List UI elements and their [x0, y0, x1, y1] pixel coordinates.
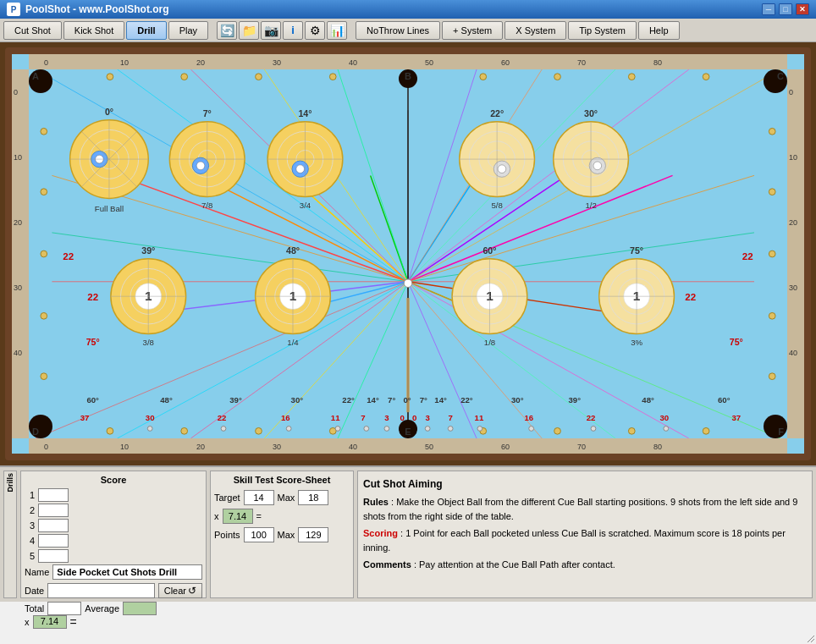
svg-point-233 [335, 427, 340, 432]
label-pocket-b: B [405, 71, 411, 81]
open-icon[interactable]: 📁 [239, 21, 259, 40]
svg-text:30°: 30° [584, 108, 598, 118]
svg-text:39°: 39° [229, 395, 242, 405]
score-input-5[interactable] [38, 549, 69, 563]
x-value-field[interactable]: 7.14 [33, 615, 67, 629]
score-input-3[interactable] [38, 519, 69, 532]
svg-text:5/8: 5/8 [491, 201, 502, 210]
date-label: Date [25, 586, 44, 596]
play-button[interactable]: Play [168, 21, 208, 40]
svg-text:40: 40 [789, 349, 797, 357]
score-row-5: 5 [25, 549, 202, 563]
svg-text:60°: 60° [718, 395, 731, 405]
score-input-4[interactable] [38, 534, 69, 548]
svg-point-236 [425, 427, 430, 432]
svg-text:22: 22 [587, 413, 596, 422]
ruler-bottom: 0 10 20 30 40 50 60 70 80 [29, 438, 787, 454]
score-row-2: 2 [25, 504, 202, 517]
score-input-2[interactable] [38, 504, 69, 517]
no-throw-lines-button[interactable]: NoThrow Lines [356, 21, 440, 40]
svg-point-234 [364, 427, 369, 432]
svg-point-77 [554, 74, 561, 80]
scoring-label: Scoring [363, 528, 398, 538]
svg-point-79 [703, 74, 709, 80]
svg-line-64 [338, 282, 408, 438]
minimize-button[interactable]: ─ [762, 3, 775, 15]
svg-rect-0 [29, 54, 787, 69]
date-field[interactable] [47, 583, 154, 598]
svg-text:1/8: 1/8 [484, 338, 495, 347]
average-field[interactable] [123, 602, 157, 615]
svg-rect-26 [787, 69, 804, 438]
points-max-input[interactable] [298, 527, 328, 542]
svg-text:11: 11 [331, 413, 340, 422]
max-label: Max [278, 493, 295, 503]
svg-point-94 [769, 189, 775, 195]
svg-text:39°: 39° [141, 245, 155, 256]
camera-icon[interactable]: 📷 [261, 21, 281, 40]
label-pocket-f: F [778, 427, 784, 437]
info-panel: Drills Score 1 2 3 4 5 Name Side Pocket … [0, 465, 816, 602]
maximize-button[interactable]: □ [779, 3, 792, 15]
cut-shot-button[interactable]: Cut Shot [3, 21, 62, 40]
score-panel: Score 1 2 3 4 5 Name Side Pocket Cut Sho… [20, 471, 207, 598]
felt-area[interactable]: A C D F B E [29, 69, 787, 438]
tip-system-button[interactable]: Tip System [568, 21, 637, 40]
x-row: x 7.14 = [25, 615, 202, 629]
skill-x-input[interactable] [223, 509, 253, 524]
svg-text:20: 20 [14, 218, 22, 227]
svg-text:40: 40 [349, 58, 357, 67]
svg-text:0: 0 [789, 88, 793, 96]
pool-table[interactable]: 0 10 20 30 40 50 60 70 80 0 10 20 30 40 … [5, 47, 811, 460]
x-system-button[interactable]: X System [504, 21, 566, 40]
target-input[interactable] [244, 490, 274, 505]
x-label: x [25, 617, 30, 627]
date-row: Date Clear ↺ [25, 583, 202, 598]
app-icon: P [7, 3, 20, 16]
svg-rect-20 [12, 69, 29, 438]
close-button[interactable]: ✕ [796, 3, 809, 15]
export-icon[interactable]: 📊 [327, 21, 347, 40]
toolbar: Cut Shot Kick Shot Drill Play 🔄 📁 📷 i ⚙ … [0, 19, 816, 42]
svg-text:7°: 7° [420, 395, 427, 405]
svg-text:30°: 30° [291, 395, 304, 405]
svg-text:0: 0 [44, 443, 48, 451]
svg-text:1/2: 1/2 [585, 201, 596, 210]
score-num-3: 3 [25, 520, 35, 531]
svg-point-96 [769, 312, 775, 319]
svg-text:30: 30 [273, 58, 281, 67]
score-input-1[interactable] [38, 488, 69, 502]
svg-text:37: 37 [731, 413, 741, 422]
svg-text:0°: 0° [403, 395, 411, 405]
svg-text:3: 3 [384, 413, 389, 422]
svg-text:14°: 14° [367, 395, 379, 405]
svg-text:48°: 48° [642, 395, 654, 405]
max-input[interactable] [298, 490, 328, 505]
plus-system-button[interactable]: + System [442, 21, 503, 40]
svg-text:70: 70 [577, 58, 586, 67]
info-rules: Rules : Make the Object Ball from the di… [363, 495, 807, 523]
total-row: Total Average [25, 602, 202, 615]
ruler-right: 0 10 20 30 40 [787, 69, 804, 438]
drill-button[interactable]: Drill [126, 21, 166, 40]
gear-icon[interactable]: ⚙ [305, 21, 325, 40]
help-button[interactable]: Help [638, 21, 680, 40]
svg-text:22: 22 [63, 251, 74, 261]
svg-point-232 [286, 427, 291, 432]
svg-point-80 [107, 427, 113, 434]
info-icon[interactable]: i [283, 21, 303, 40]
drill-name-field[interactable]: Side Pocket Cut Shots Drill [52, 564, 202, 580]
clear-button[interactable]: Clear ↺ [158, 583, 202, 598]
svg-point-88 [41, 128, 47, 135]
resize-handle[interactable] [804, 632, 814, 642]
score-header: Score [25, 475, 202, 485]
points-input[interactable] [244, 527, 274, 542]
svg-text:22: 22 [87, 292, 98, 302]
svg-text:22°: 22° [490, 108, 504, 118]
kick-shot-button[interactable]: Kick Shot [63, 21, 124, 40]
new-icon[interactable]: 🔄 [217, 21, 237, 40]
svg-point-235 [384, 427, 389, 432]
total-field[interactable] [47, 602, 81, 615]
svg-text:20: 20 [196, 443, 205, 451]
drills-sidebar: Drills [3, 471, 17, 598]
